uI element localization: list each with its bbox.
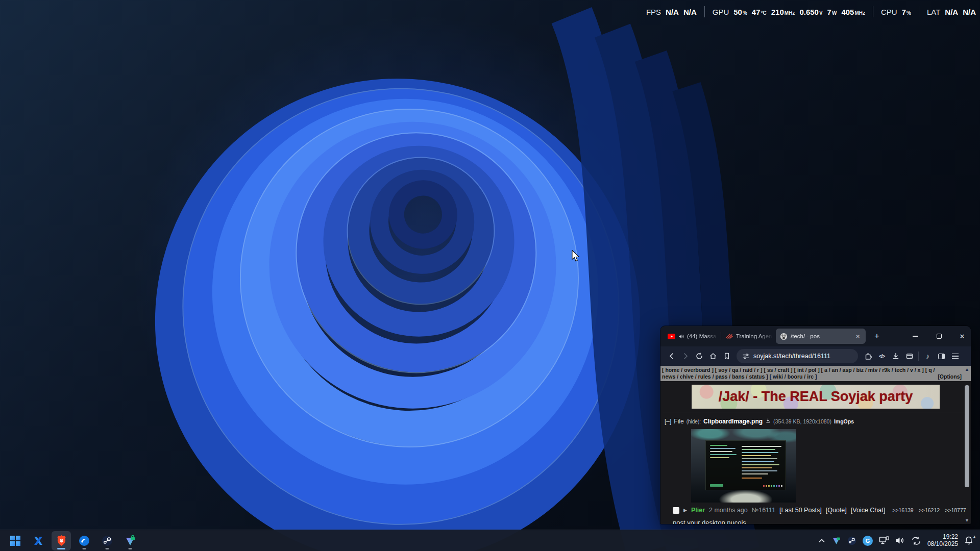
tray-chevron-up-icon[interactable] [818, 538, 825, 543]
banner-title: /Jak/ - The REAL Soyjak party [719, 389, 913, 405]
gpu-power-value: 7 [827, 8, 831, 16]
x-app-button[interactable] [29, 531, 48, 550]
gpu-usage-value: 50 [733, 8, 742, 16]
post-header: ▶ Plier 2 months ago №16111 [Last 50 Pos… [673, 507, 966, 514]
devtools-icon[interactable]: </> [875, 349, 889, 363]
imgops-link[interactable]: ImgOps [834, 418, 854, 424]
tab-close-icon[interactable]: ✕ [854, 333, 862, 340]
media-icon[interactable]: ♪ [921, 349, 935, 363]
battlenet-icon [79, 535, 90, 546]
tab-audio-icon[interactable] [678, 334, 684, 339]
minimize-icon [913, 336, 918, 337]
reply-links: >>16139 >>16212 >>18777 [892, 507, 966, 513]
maximize-icon [937, 334, 942, 339]
brave-button[interactable] [52, 531, 71, 550]
tab-tech-thread-active[interactable]: /tech/ - pos ✕ [776, 329, 866, 344]
collapse-toggle[interactable]: [–] [665, 418, 671, 425]
taskbar-clock[interactable]: 19:22 08/10/2025 [927, 534, 958, 547]
steam-button[interactable] [97, 531, 117, 550]
gpu-temp: 47°C [752, 8, 767, 16]
window-close-button[interactable]: ✕ [953, 326, 971, 346]
gpu-coreclock-unit: MHz [785, 10, 795, 16]
battlenet-button[interactable] [75, 531, 94, 550]
sidebar-toggle-icon[interactable] [935, 349, 948, 363]
cpu-group: CPU 7% [881, 8, 911, 16]
post-play-icon[interactable]: ▶ [683, 508, 687, 513]
tab-training-agents[interactable]: Training Agents [726, 329, 774, 344]
file-name-link[interactable]: ClipboardImage.png [703, 418, 763, 425]
browser-toolbar: soyjak.st/tech/thread/16111 </> ♪ [660, 346, 971, 366]
scroll-up-icon[interactable]: ▲ [963, 367, 971, 372]
volume-icon[interactable] [895, 536, 905, 545]
home-button[interactable] [706, 349, 720, 363]
scribble-favicon [726, 333, 733, 339]
menu-button[interactable] [948, 349, 962, 363]
divider [663, 413, 969, 413]
tray-g-app-icon[interactable]: G [863, 536, 873, 546]
overlay-separator [873, 6, 873, 17]
lat-label: LAT [927, 8, 940, 16]
file-download-icon[interactable] [765, 418, 771, 423]
address-bar[interactable]: soyjak.st/tech/thread/16111 [737, 349, 858, 363]
last50-link[interactable]: [Last 50 Posts] [779, 507, 822, 514]
date-text: 08/10/2025 [927, 541, 958, 548]
toolbar-separator [918, 352, 919, 361]
wallet-icon[interactable] [902, 349, 916, 363]
voice-chat-link[interactable]: [Voice Chat] [851, 507, 885, 514]
page-scrollbar[interactable]: ▲ ▼ [963, 366, 971, 524]
extensions-icon[interactable] [861, 349, 875, 363]
post-image-thumbnail[interactable] [691, 429, 796, 503]
quote-link[interactable]: [Quote] [826, 507, 847, 514]
gpu-voltage-unit: V [819, 10, 823, 16]
sync-icon[interactable] [911, 536, 921, 545]
bookmark-button[interactable] [720, 349, 733, 363]
reply-link[interactable]: >>16139 [892, 507, 913, 513]
hide-link[interactable]: (hide): [687, 419, 701, 424]
forward-button[interactable] [678, 349, 692, 363]
browser-window: (44) Massacr Training Agents /tech/ - po… [660, 326, 971, 524]
cpu-usage-unit: % [906, 10, 911, 16]
site-controls-icon[interactable] [742, 353, 750, 360]
post-checkbox[interactable] [673, 507, 679, 514]
tab-divider [721, 332, 721, 340]
terminal-palette-dots [763, 485, 782, 487]
active-app-indicator [57, 548, 65, 549]
youtube-icon [668, 334, 675, 339]
desktop: FPS N/A N/A GPU 50% 47°C 210MHz 0.650V 7… [0, 0, 980, 551]
protonvpn-icon [124, 535, 136, 547]
file-label: File [674, 418, 683, 425]
reply-link[interactable]: >>16212 [919, 507, 940, 513]
back-button[interactable] [665, 349, 678, 363]
scrollbar-thumb[interactable] [965, 385, 969, 487]
lat-value-1: N/A [945, 8, 958, 16]
gpu-memclock: 405MHz [841, 8, 865, 16]
new-tab-button[interactable]: + [871, 330, 883, 342]
downloads-icon[interactable] [889, 349, 902, 363]
page-content: [ home / overboard ] [ soy / qa / raid /… [660, 366, 971, 524]
start-button[interactable] [6, 531, 25, 550]
options-link[interactable]: [Options] [938, 373, 962, 380]
network-icon[interactable] [879, 536, 889, 545]
tray-protonvpn-icon[interactable] [831, 536, 841, 545]
post-number[interactable]: №16111 [752, 507, 775, 514]
gpu-label: GPU [713, 8, 729, 16]
window-minimize-button[interactable] [906, 326, 924, 346]
windows-logo-icon [10, 536, 20, 546]
thumbnail-terminal-art [705, 440, 786, 490]
fps-value-2: N/A [683, 8, 697, 16]
system-tray: G 19:22 08/10/2025 z [818, 534, 980, 547]
lat-value-2: N/A [963, 8, 976, 16]
board-nav-line2[interactable]: news / chive / rules / pass / bans / sta… [662, 373, 961, 380]
fps-label: FPS [646, 8, 661, 16]
scroll-down-icon[interactable]: ▼ [963, 518, 971, 523]
tab-youtube[interactable]: (44) Massacr [668, 329, 719, 344]
window-maximize-button[interactable] [930, 326, 948, 346]
notification-bell-icon[interactable]: z [964, 536, 973, 545]
overlay-separator [704, 6, 705, 17]
board-nav-line1[interactable]: [ home / overboard ] [ soy / qa / raid /… [662, 367, 961, 373]
url-text[interactable]: soyjak.st/tech/thread/16111 [753, 353, 830, 360]
terminal-prompt [710, 484, 723, 487]
reload-button[interactable] [692, 349, 706, 363]
protonvpn-button[interactable] [120, 531, 140, 550]
tray-steam-icon[interactable] [847, 536, 856, 545]
